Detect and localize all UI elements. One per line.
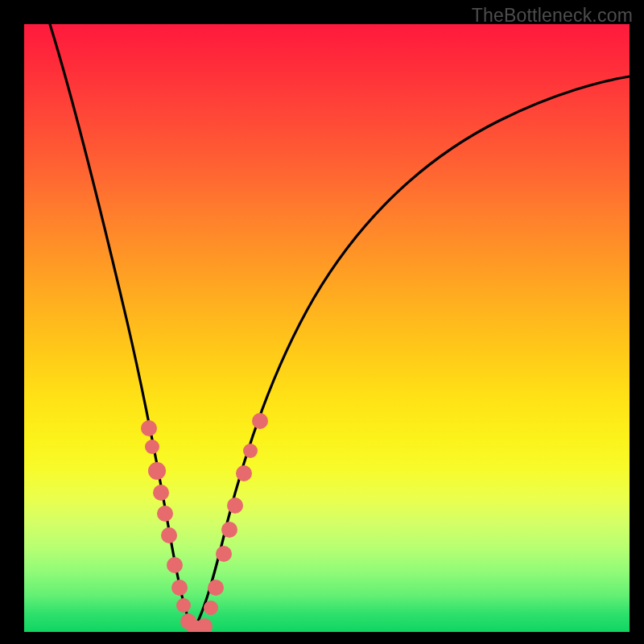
highlight-dot xyxy=(176,598,191,613)
highlight-dot xyxy=(153,485,169,501)
highlight-dot xyxy=(216,546,232,562)
highlight-dot xyxy=(157,506,173,522)
highlight-dot xyxy=(161,527,177,543)
highlight-dot xyxy=(236,465,252,481)
highlight-dot xyxy=(252,413,268,429)
highlight-dot xyxy=(167,557,183,573)
watermark-text: TheBottleneck.com xyxy=(472,5,633,27)
highlight-dot xyxy=(204,601,218,615)
highlight-dot xyxy=(208,580,224,596)
highlight-dot xyxy=(148,462,166,480)
chart-frame: TheBottleneck.com xyxy=(0,0,644,644)
plot-area xyxy=(24,24,630,632)
curve-right xyxy=(193,76,630,630)
highlight-dot xyxy=(145,440,159,454)
highlight-dot xyxy=(141,420,157,436)
highlight-dot xyxy=(171,580,188,596)
highlight-dot xyxy=(243,444,258,458)
highlight-dot xyxy=(227,497,243,514)
highlight-dot xyxy=(221,522,237,538)
bottleneck-curve-svg xyxy=(24,24,630,632)
